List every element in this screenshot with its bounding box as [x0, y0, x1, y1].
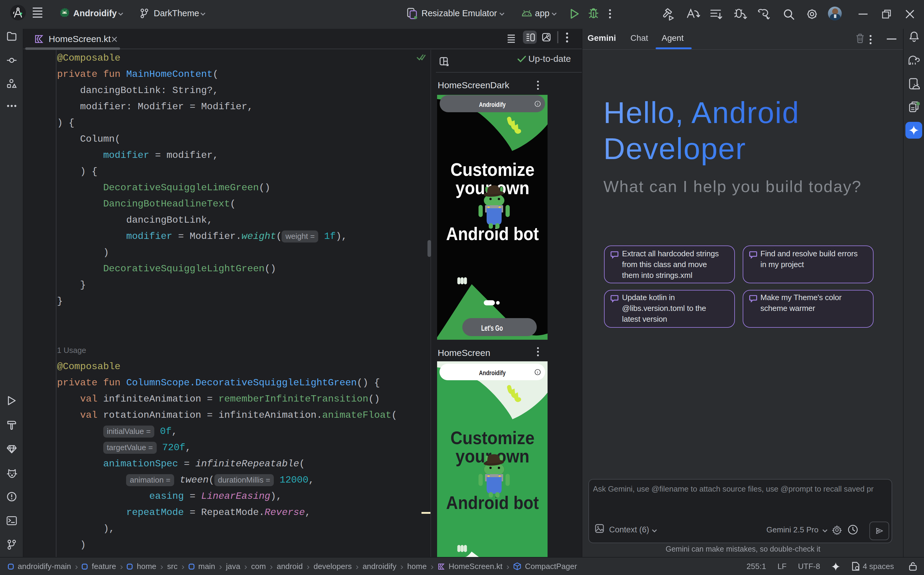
svg-text:Let's Go: Let's Go: [481, 324, 503, 332]
svg-text:Customize: Customize: [450, 159, 534, 180]
svg-text:Androidify: Androidify: [479, 369, 506, 376]
svg-text:Androidify: Androidify: [479, 101, 506, 108]
svg-text:i: i: [537, 370, 538, 375]
svg-text:Customize: Customize: [450, 427, 534, 448]
svg-text:i: i: [537, 102, 538, 106]
